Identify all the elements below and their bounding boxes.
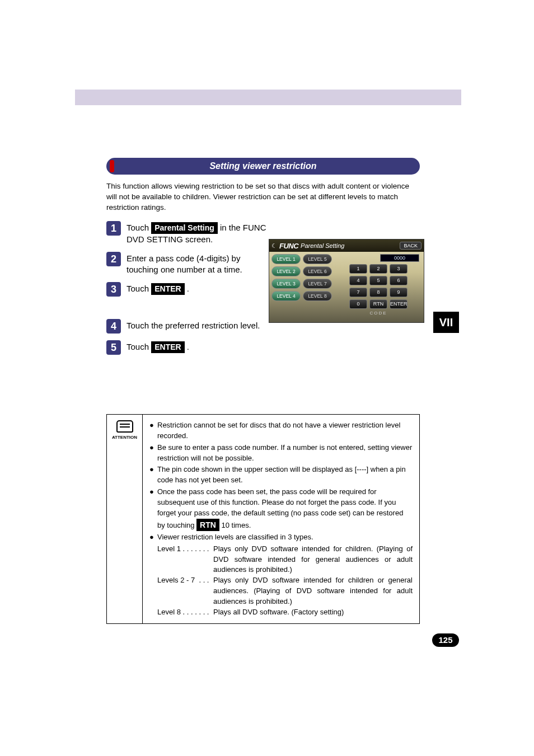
accent-tab: [110, 160, 114, 172]
key-6[interactable]: 6: [390, 276, 407, 285]
key-0[interactable]: 0: [349, 299, 367, 309]
section-title-bar: Setting viewer restriction: [106, 158, 420, 175]
step-text: Touch ENTER .: [127, 282, 189, 295]
key-3[interactable]: 3: [390, 264, 407, 274]
level-line: Level 1 . . . . . . .Plays only DVD soft…: [157, 544, 413, 576]
text: Be sure to enter a pass code number. If …: [157, 443, 413, 464]
level-desc: Plays only DVD software intended for chi…: [213, 575, 413, 607]
text: Viewer restriction levels are classified…: [157, 532, 413, 543]
parental-setting-screen: ☾ FUNC Parental Setting BACK LEVEL 1 LEV…: [269, 239, 424, 323]
header-band: [75, 90, 461, 105]
book-icon: [116, 420, 133, 433]
bullet-icon: ●: [149, 464, 157, 486]
level-3-button[interactable]: LEVEL 3: [271, 279, 301, 289]
attention-item: ●The pin code shown in the upper section…: [149, 464, 413, 486]
bullet-icon: ●: [149, 420, 157, 442]
level-7-button[interactable]: LEVEL 7: [303, 279, 332, 289]
level-5-button[interactable]: LEVEL 5: [303, 254, 332, 264]
screen-titlebar: ☾ FUNC Parental Setting BACK: [269, 240, 424, 252]
attention-content: ●Restriction cannot be set for discs tha…: [143, 415, 419, 623]
text: Once the pass code has been set, the pas…: [157, 487, 413, 531]
level-1-button[interactable]: LEVEL 1: [271, 254, 301, 264]
step-text: Touch Parental Setting in the FUNC DVD S…: [127, 221, 272, 245]
text: .: [185, 342, 189, 351]
attention-item: ●Once the pass code has been set, the pa…: [149, 487, 413, 531]
level-label: Level 1 . . . . . . .: [157, 544, 213, 576]
step-text: Touch the preferred restriction level.: [127, 319, 260, 331]
level-6-button[interactable]: LEVEL 6: [303, 266, 332, 276]
level-8-button[interactable]: LEVEL 8: [303, 291, 332, 301]
level-col-a: LEVEL 1 LEVEL 2 LEVEL 3 LEVEL 4: [271, 254, 301, 320]
page-number: 125: [432, 633, 459, 647]
keypad: 1 2 3 4 5 6 7 8 9 0 RTN ENTER: [349, 264, 407, 309]
key-5[interactable]: 5: [369, 276, 387, 285]
text: Restriction cannot be set for discs that…: [157, 420, 413, 442]
step-number: 5: [106, 340, 121, 355]
text: Touch: [127, 342, 151, 351]
step-number: 1: [106, 221, 121, 236]
key-2[interactable]: 2: [369, 264, 387, 274]
func-label: FUNC: [279, 242, 298, 250]
rtn-button[interactable]: RTN: [196, 519, 219, 531]
intro-text: This function allows viewing restriction…: [106, 181, 420, 213]
section-title: Setting viewer restriction: [106, 158, 420, 175]
text: .: [185, 284, 189, 293]
code-display: 0000: [380, 254, 419, 262]
level-label: Level 8 . . . . . . .: [157, 607, 213, 618]
key-4[interactable]: 4: [349, 276, 367, 285]
key-enter[interactable]: ENTER: [390, 299, 407, 309]
chapter-tab: VII: [433, 312, 459, 333]
attention-item: ●Viewer restriction levels are classifie…: [149, 532, 413, 543]
attention-icon-col: ATTENTION: [107, 415, 143, 623]
step-5: 5 Touch ENTER .: [106, 340, 420, 355]
step-number: 3: [106, 282, 121, 297]
attention-box: ATTENTION ●Restriction cannot be set for…: [106, 414, 420, 624]
moon-icon: ☾: [271, 242, 277, 250]
screen-title: Parental Setting: [301, 242, 344, 249]
key-8[interactable]: 8: [369, 288, 387, 297]
key-rtn[interactable]: RTN: [369, 299, 387, 309]
keypad-area: 0000 1 2 3 4 5 6 7 8 9 0 RTN ENTER CODE: [335, 254, 421, 320]
level-line: Levels 2 - 7 . . .Plays only DVD softwar…: [157, 575, 413, 607]
level-line: Level 8 . . . . . . .Plays all DVD softw…: [157, 607, 413, 618]
attention-item: ●Restriction cannot be set for discs tha…: [149, 420, 413, 442]
text: Touch: [127, 284, 151, 293]
text: The pin code shown in the upper section …: [157, 464, 413, 486]
text: Touch: [127, 223, 151, 232]
enter-button[interactable]: ENTER: [151, 283, 184, 295]
attention-item: ●Be sure to enter a pass code number. If…: [149, 443, 413, 464]
code-label: CODE: [369, 311, 387, 316]
step-number: 2: [106, 252, 121, 266]
text: Once the pass code has been set, the pas…: [157, 487, 403, 529]
level-columns: LEVEL 1 LEVEL 2 LEVEL 3 LEVEL 4 LEVEL 5 …: [271, 254, 332, 320]
level-col-b: LEVEL 5 LEVEL 6 LEVEL 7 LEVEL 8: [303, 254, 332, 320]
enter-button[interactable]: ENTER: [151, 341, 184, 353]
bullet-icon: ●: [149, 532, 157, 543]
level-label: Levels 2 - 7 . . .: [157, 575, 213, 607]
key-7[interactable]: 7: [349, 288, 367, 297]
level-desc: Plays only DVD software intended for chi…: [213, 544, 413, 576]
parental-setting-button[interactable]: Parental Setting: [151, 222, 218, 234]
bullet-icon: ●: [149, 487, 157, 531]
level-4-button[interactable]: LEVEL 4: [271, 291, 301, 301]
bullet-icon: ●: [149, 443, 157, 464]
level-2-button[interactable]: LEVEL 2: [271, 266, 301, 276]
attention-label: ATTENTION: [107, 435, 142, 440]
screen-body: LEVEL 1 LEVEL 2 LEVEL 3 LEVEL 4 LEVEL 5 …: [269, 252, 424, 322]
key-1[interactable]: 1: [349, 264, 367, 274]
text: 10 times.: [219, 521, 251, 529]
step-number: 4: [106, 319, 121, 334]
step-text: Touch ENTER .: [127, 340, 189, 353]
level-desc: Plays all DVD software. (Factory setting…: [213, 607, 413, 618]
step-text: Enter a pass code (4-digits) by touching…: [127, 252, 272, 276]
back-button[interactable]: BACK: [400, 242, 421, 250]
key-9[interactable]: 9: [390, 288, 407, 297]
